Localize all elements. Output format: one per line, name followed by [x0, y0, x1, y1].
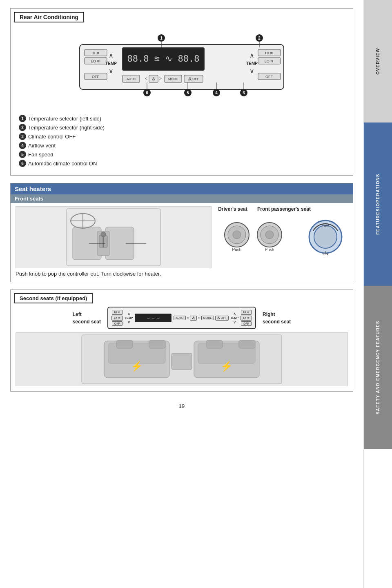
seat-labels-row: Driver's seat Front passenger's seat	[216, 206, 348, 212]
rear-seat-svg: ⚡ ⚡	[80, 333, 284, 386]
callout-circle-1: 1	[19, 115, 26, 122]
svg-text:TEMP: TEMP	[246, 61, 258, 66]
callout-item-2: 2 Temperature selector (right side)	[19, 124, 345, 131]
knobs-row: Push Push	[216, 214, 348, 259]
right-temp-up: ∧	[233, 312, 236, 316]
lo-btn: Lo ≋	[111, 316, 123, 321]
svg-text:Push: Push	[232, 247, 242, 252]
svg-text:HI ≋: HI ≋	[265, 51, 273, 55]
svg-text:LO ≋: LO ≋	[265, 59, 274, 63]
fan-btn: ⁂	[190, 316, 197, 321]
callout-circle-3: 3	[19, 133, 26, 140]
svg-point-63	[233, 231, 241, 239]
svg-rect-80	[149, 340, 165, 348]
off-btn-right: OFF	[241, 321, 252, 326]
front-seats-diagram: Driver's seat Front passenger's seat	[16, 206, 348, 268]
svg-text:∨: ∨	[109, 67, 114, 74]
turn-knob-svg: Turn ON	[303, 214, 348, 259]
second-seats-title: Second seats (if equipped)	[14, 293, 93, 303]
svg-text:88.8 ≋ ∿ 88.8: 88.8 ≋ ∿ 88.8	[127, 53, 200, 64]
auto-btn: AUTO	[174, 316, 185, 320]
mode-row: AUTO < ⁂ > MODE ⁂ OFF	[174, 316, 229, 321]
page-number: 19	[10, 399, 353, 413]
front-seats-subtitle: Front seats	[11, 194, 353, 203]
front-seats-content: Driver's seat Front passenger's seat	[11, 203, 353, 282]
svg-text:5: 5	[187, 91, 189, 95]
sidebar-overview: OVERVIEW	[364, 0, 392, 122]
svg-text:HI ≋: HI ≋	[91, 51, 100, 55]
temp-label-right: TEMP	[231, 316, 238, 319]
seat-heaters-title: Seat heaters	[11, 183, 353, 194]
ac-panel-svg: HI ≋ LO ≋ OFF ∧ TEMP ∨ 88.8 ≋ ∿ 88.8 AUT…	[59, 32, 304, 98]
front-seats-caption: Push knob to pop the controller out. Tur…	[16, 268, 348, 278]
sidebar-safety-label: SAFETY AND EMERGENCY FEATURES	[376, 317, 380, 418]
sidebar-overview-label: OVERVIEW	[376, 45, 380, 78]
svg-text:<: <	[145, 76, 147, 81]
callout-item-1: 1 Temperature selector (left side)	[19, 115, 345, 122]
callout-circle-2: 2	[19, 124, 26, 131]
svg-text:⚡: ⚡	[131, 360, 143, 372]
svg-text:Turn: Turn	[322, 223, 329, 227]
off-mode-btn: ⁂ OFF	[215, 316, 229, 321]
second-seats-content: Leftsecond seat Hi ≋ Lo ≋ OFF ∧ TEMP ∨	[11, 303, 353, 391]
svg-text:AUTO: AUTO	[127, 77, 136, 81]
right-temp-arrows: ∧ TEMP ∨	[231, 312, 238, 324]
car-interior-image	[16, 206, 212, 268]
right-ac-controls: Hi ≋ Lo ≋ OFF	[241, 310, 252, 326]
rear-ac-section: Rear Air Conditioning HI ≋ LO ≋ OFF ∧ TE…	[10, 8, 353, 176]
svg-rect-83	[172, 353, 192, 370]
svg-rect-79	[116, 340, 133, 348]
svg-text:TEMP: TEMP	[105, 61, 117, 66]
svg-text:4: 4	[215, 91, 218, 95]
ac-diagram-area: HI ≋ LO ≋ OFF ∧ TEMP ∨ 88.8 ≋ ∿ 88.8 AUT…	[11, 24, 353, 110]
second-seats-panel-row: Leftsecond seat Hi ≋ Lo ≋ OFF ∧ TEMP ∨	[16, 307, 348, 329]
callout-circle-4: 4	[19, 142, 26, 149]
svg-text:1: 1	[160, 36, 163, 40]
knob-diagrams: Driver's seat Front passenger's seat	[216, 206, 348, 259]
second-seat-ac-panel: Hi ≋ Lo ≋ OFF ∧ TEMP ∨ — — —	[107, 307, 256, 329]
hi-btn-right: Hi ≋	[241, 310, 252, 315]
svg-text:OFF: OFF	[265, 75, 273, 79]
sidebar-features-label: FEATURES/OPERATIONS	[376, 170, 380, 238]
mode-btn: MODE	[201, 316, 214, 320]
callout-circle-6: 6	[19, 160, 26, 167]
svg-text:⁂ OFF: ⁂ OFF	[188, 77, 199, 81]
left-temp-arrows: ∧ TEMP ∨	[125, 312, 133, 324]
front-passenger-label: Front passenger's seat	[257, 206, 311, 212]
svg-text:3: 3	[243, 91, 245, 95]
rear-ac-title: Rear Air Conditioning	[14, 12, 84, 22]
ac-callout-list: 1 Temperature selector (left side) 2 Tem…	[11, 110, 353, 175]
temp-down-arrow: ∨	[127, 320, 130, 324]
callout-circle-5: 5	[19, 151, 26, 158]
svg-text:∨: ∨	[249, 67, 254, 74]
right-temp-down: ∨	[233, 320, 236, 324]
second-seat-bottom-btns: AUTO < ⁂ > MODE ⁂ OFF	[174, 316, 229, 321]
second-seat-display: — — —	[135, 314, 172, 322]
callout-item-4: 4 Airflow vent	[19, 142, 345, 149]
svg-text:2: 2	[258, 36, 261, 40]
front-seats-subsection: Front seats	[11, 194, 353, 282]
svg-text:∧: ∧	[109, 52, 114, 59]
svg-rect-82	[239, 340, 255, 348]
svg-point-55	[101, 232, 106, 237]
svg-text:⁂: ⁂	[152, 77, 155, 81]
sidebar-safety: SAFETY AND EMERGENCY FEATURES	[364, 286, 392, 449]
off-btn-left: OFF	[112, 321, 122, 326]
svg-text:OFF: OFF	[92, 75, 99, 79]
seat-heaters-section: Seat heaters Front seats	[10, 183, 353, 282]
svg-point-67	[265, 231, 274, 239]
rear-seat-image: ⚡ ⚡	[16, 332, 348, 386]
temp-label-left: TEMP	[125, 316, 133, 319]
right-sidebar: OVERVIEW FEATURES/OPERATIONS SAFETY AND …	[363, 0, 392, 588]
car-interior-svg	[65, 207, 163, 268]
drivers-seat-label: Driver's seat	[216, 206, 249, 212]
right-second-seat-label: Rightsecond seat	[263, 311, 291, 325]
temp-up-arrow: ∧	[127, 312, 130, 316]
sidebar-features: FEATURES/OPERATIONS	[364, 122, 392, 286]
knobs-svg: Push Push	[216, 214, 298, 259]
hi-btn: Hi ≋	[112, 310, 123, 315]
svg-text:MODE: MODE	[168, 77, 178, 81]
left-ac-controls: Hi ≋ Lo ≋ OFF	[111, 310, 123, 326]
lt-icon: <	[187, 316, 189, 320]
svg-text:∧: ∧	[249, 52, 254, 59]
